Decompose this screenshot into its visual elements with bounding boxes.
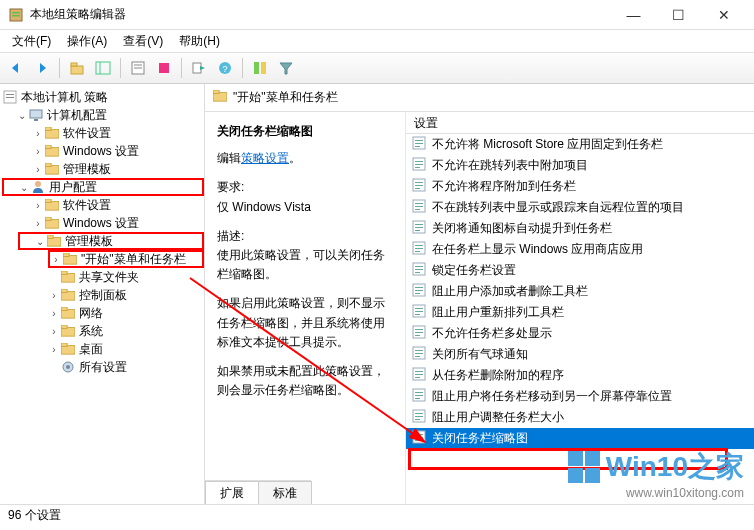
tree-computer-config[interactable]: 计算机配置 bbox=[47, 107, 107, 124]
svg-marker-3 bbox=[12, 63, 18, 73]
svg-rect-41 bbox=[61, 271, 67, 274]
expand-icon[interactable]: › bbox=[32, 164, 44, 175]
tree-start-taskbar[interactable]: "开始"菜单和任务栏 bbox=[81, 251, 186, 268]
tree-desktop[interactable]: 桌面 bbox=[79, 341, 103, 358]
description-pane: 关闭任务栏缩略图 编辑策略设置。 要求: 仅 Windows Vista 描述:… bbox=[205, 112, 405, 504]
tree-shared[interactable]: 共享文件夹 bbox=[79, 269, 139, 286]
up-button[interactable] bbox=[65, 56, 89, 80]
expand-icon[interactable]: › bbox=[50, 254, 62, 265]
folder-icon bbox=[60, 287, 76, 303]
export-button[interactable] bbox=[187, 56, 211, 80]
menu-bar: 文件(F) 操作(A) 查看(V) 帮助(H) bbox=[0, 30, 754, 52]
expand-icon[interactable]: › bbox=[32, 146, 44, 157]
expand-icon[interactable]: › bbox=[32, 218, 44, 229]
tree-windows[interactable]: Windows 设置 bbox=[63, 215, 139, 232]
setting-item[interactable]: 关闭将通知图标自动提升到任务栏 bbox=[406, 218, 754, 239]
expand-icon[interactable]: › bbox=[48, 344, 60, 355]
svg-rect-39 bbox=[63, 253, 69, 256]
svg-rect-42 bbox=[61, 292, 75, 301]
svg-rect-108 bbox=[415, 416, 423, 417]
menu-action[interactable]: 操作(A) bbox=[59, 31, 115, 52]
setting-item[interactable]: 锁定任务栏设置 bbox=[406, 260, 754, 281]
tree-all-settings[interactable]: 所有设置 bbox=[79, 359, 127, 376]
svg-rect-92 bbox=[415, 332, 423, 333]
help-button[interactable]: ? bbox=[213, 56, 237, 80]
properties-button[interactable] bbox=[126, 56, 150, 80]
filter1-button[interactable] bbox=[248, 56, 272, 80]
setting-label: 不允许将程序附加到任务栏 bbox=[432, 178, 576, 195]
svg-rect-32 bbox=[45, 202, 59, 211]
edit-prefix: 编辑 bbox=[217, 151, 241, 165]
expand-icon[interactable]: › bbox=[32, 128, 44, 139]
tree-control[interactable]: 控制面板 bbox=[79, 287, 127, 304]
forward-button[interactable] bbox=[30, 56, 54, 80]
tree-windows[interactable]: Windows 设置 bbox=[63, 143, 139, 160]
folder-icon bbox=[44, 125, 60, 141]
svg-rect-2 bbox=[12, 15, 20, 17]
show-tree-button[interactable] bbox=[91, 56, 115, 80]
user-icon bbox=[30, 179, 46, 195]
tree-software[interactable]: 软件设置 bbox=[63, 197, 111, 214]
svg-rect-6 bbox=[71, 63, 77, 66]
setting-item[interactable]: 阻止用户将任务栏移动到另一个屏幕停靠位置 bbox=[406, 386, 754, 407]
setting-item[interactable]: 关闭所有气球通知 bbox=[406, 344, 754, 365]
refresh-button[interactable] bbox=[152, 56, 176, 80]
tree-system[interactable]: 系统 bbox=[79, 323, 103, 340]
tree-root[interactable]: 本地计算机 策略 bbox=[21, 89, 108, 106]
tree-admin[interactable]: 管理模板 bbox=[65, 233, 113, 250]
svg-rect-93 bbox=[415, 335, 420, 336]
svg-rect-113 bbox=[415, 440, 420, 441]
svg-rect-35 bbox=[45, 217, 51, 220]
setting-item[interactable]: 阻止用户调整任务栏大小 bbox=[406, 407, 754, 428]
close-button[interactable]: ✕ bbox=[701, 0, 746, 30]
edit-policy-link[interactable]: 策略设置 bbox=[241, 151, 289, 165]
expand-icon[interactable]: › bbox=[32, 200, 44, 211]
enabled-text: 如果启用此策略设置，则不显示任务栏缩略图，并且系统将使用标准文本提供工具提示。 bbox=[217, 294, 393, 352]
menu-view[interactable]: 查看(V) bbox=[115, 31, 171, 52]
tree-software[interactable]: 软件设置 bbox=[63, 125, 111, 142]
setting-item[interactable]: 关闭任务栏缩略图 bbox=[406, 428, 754, 449]
setting-item[interactable]: 阻止用户添加或者删除工具栏 bbox=[406, 281, 754, 302]
svg-rect-75 bbox=[415, 245, 423, 246]
minimize-button[interactable]: — bbox=[611, 0, 656, 30]
setting-item[interactable]: 不允许将 Microsoft Store 应用固定到任务栏 bbox=[406, 134, 754, 155]
filter2-button[interactable] bbox=[274, 56, 298, 80]
tree-network[interactable]: 网络 bbox=[79, 305, 103, 322]
setting-item[interactable]: 不在跳转列表中显示或跟踪来自远程位置的项目 bbox=[406, 197, 754, 218]
svg-rect-97 bbox=[415, 356, 420, 357]
disabled-text: 如果禁用或未配置此策略设置，则会显示任务栏缩略图。 bbox=[217, 362, 393, 400]
svg-rect-53 bbox=[213, 90, 219, 93]
menu-file[interactable]: 文件(F) bbox=[4, 31, 59, 52]
settings-list-pane[interactable]: 设置 不允许将 Microsoft Store 应用固定到任务栏不允许在跳转列表… bbox=[405, 112, 754, 504]
expand-icon[interactable]: ⌄ bbox=[16, 110, 28, 121]
back-button[interactable] bbox=[4, 56, 28, 80]
windows-logo-icon bbox=[568, 451, 600, 483]
settings-icon bbox=[60, 359, 76, 375]
tree-admin[interactable]: 管理模板 bbox=[63, 161, 111, 178]
expand-icon[interactable]: ⌄ bbox=[34, 236, 46, 247]
svg-rect-91 bbox=[415, 329, 423, 330]
menu-help[interactable]: 帮助(H) bbox=[171, 31, 228, 52]
list-header[interactable]: 设置 bbox=[406, 112, 754, 134]
svg-rect-34 bbox=[45, 220, 59, 229]
folder-icon bbox=[60, 341, 76, 357]
tab-extended[interactable]: 扩展 bbox=[205, 481, 259, 504]
svg-rect-44 bbox=[61, 310, 75, 319]
setting-item[interactable]: 阻止用户重新排列工具栏 bbox=[406, 302, 754, 323]
setting-item[interactable]: 不允许将程序附加到任务栏 bbox=[406, 176, 754, 197]
expand-icon[interactable]: › bbox=[48, 308, 60, 319]
setting-item[interactable]: 不允许在跳转列表中附加项目 bbox=[406, 155, 754, 176]
status-bar: 96 个设置 bbox=[0, 504, 754, 526]
setting-label: 不在跳转列表中显示或跟踪来自远程位置的项目 bbox=[432, 199, 684, 216]
tab-standard[interactable]: 标准 bbox=[258, 481, 312, 504]
expand-icon[interactable]: › bbox=[48, 290, 60, 301]
setting-item[interactable]: 从任务栏删除附加的程序 bbox=[406, 365, 754, 386]
svg-rect-96 bbox=[415, 353, 423, 354]
expand-icon[interactable]: › bbox=[48, 326, 60, 337]
expand-icon[interactable]: ⌄ bbox=[18, 182, 30, 193]
maximize-button[interactable]: ☐ bbox=[656, 0, 701, 30]
tree-pane[interactable]: 本地计算机 策略 ⌄ 计算机配置 ›软件设置 ›Windows 设置 ›管理模板 bbox=[0, 84, 205, 504]
setting-item[interactable]: 不允许任务栏多处显示 bbox=[406, 323, 754, 344]
setting-item[interactable]: 在任务栏上显示 Windows 应用商店应用 bbox=[406, 239, 754, 260]
tree-user-config[interactable]: 用户配置 bbox=[49, 179, 97, 196]
